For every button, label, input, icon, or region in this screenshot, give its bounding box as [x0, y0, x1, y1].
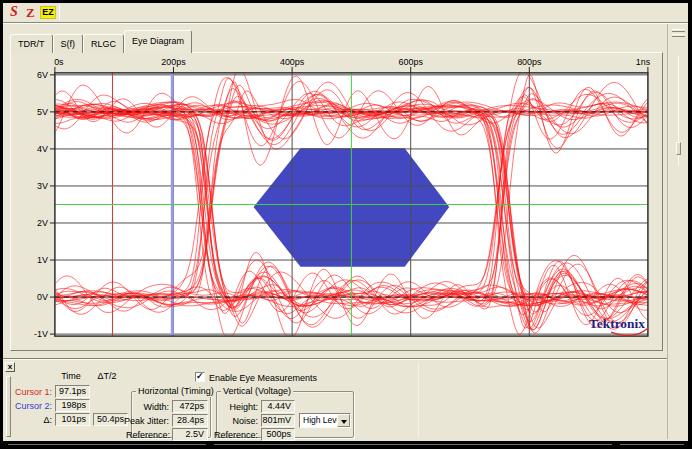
enable-eye-measurements-label: Enable Eye Measurements	[209, 372, 369, 384]
x-tick-label: 600ps	[399, 57, 424, 67]
y-tick-label: 4V	[37, 144, 48, 154]
cursor-2-time-value: 198ps	[55, 399, 90, 412]
bottom-border-segment	[8, 444, 206, 445]
y-tick-label: 5V	[37, 107, 48, 117]
delta-time-value: 101ps	[55, 413, 90, 426]
close-panel-button[interactable]: x	[5, 362, 15, 372]
enable-eye-measurements-checkbox[interactable]: ✓	[195, 372, 205, 382]
bottom-border-segment	[620, 444, 684, 445]
column-header-time: Time	[51, 371, 91, 381]
app-window: S Z EZ TDR/T S(f) RLGC Eye Diagram 0s200…	[0, 0, 692, 449]
chevron-down-icon	[341, 420, 347, 424]
tab-s-f[interactable]: S(f)	[53, 34, 84, 53]
checkmark-icon: ✓	[196, 371, 204, 381]
delta-label: Δ:	[8, 414, 52, 426]
tab-strip: TDR/T S(f) RLGC Eye Diagram	[10, 30, 192, 53]
timing-reference-label: Reference:	[126, 429, 169, 441]
titlebar: S Z EZ	[3, 3, 688, 22]
peak-jitter-value: 28.4ps	[172, 414, 208, 427]
cursor-1-label: Cursor 1:	[8, 386, 52, 398]
dropdown-arrow-button[interactable]	[337, 414, 350, 427]
level-dropdown[interactable]: High Level	[299, 413, 351, 428]
horizontal-timing-group: Horizontal (Timing) Width: 472ps Peak Ji…	[131, 391, 211, 438]
tab-eye-diagram[interactable]: Eye Diagram	[124, 30, 192, 53]
width-value: 472ps	[172, 400, 208, 413]
tab-rlgc[interactable]: RLGC	[83, 34, 124, 53]
column-header-dt2: ΔT/2	[87, 371, 127, 381]
y-tick-label: 6V	[37, 70, 48, 80]
x-tick-label: 1ns	[636, 57, 651, 67]
vertical-voltage-group: Vertical (Voltage) Height: 4.44V Noise: …	[216, 391, 354, 438]
height-label: Height:	[219, 401, 258, 413]
logo-z-icon: Z	[26, 5, 35, 21]
voltage-reference-value[interactable]: 500ps	[261, 428, 295, 441]
timing-reference-value[interactable]: 2.5V	[172, 428, 208, 441]
logo-s-icon: S	[10, 4, 18, 20]
bottom-border-segment	[214, 444, 612, 445]
logo-ez-icon: EZ	[40, 6, 56, 19]
toolbar-thumb[interactable]	[676, 142, 681, 155]
height-value: 4.44V	[261, 400, 295, 413]
vertical-voltage-title: Vertical (Voltage)	[221, 386, 293, 397]
eye-diagram-page: 0s200ps400ps600ps800ps1ns6V5V4V3V2V1V0V-…	[10, 52, 663, 351]
y-tick-label: -1V	[34, 329, 48, 339]
x-tick-label: 0s	[54, 57, 64, 67]
y-tick-label: 1V	[37, 255, 48, 265]
x-tick-label: 400ps	[280, 57, 305, 67]
toolbar-grip-icon[interactable]	[672, 29, 685, 32]
right-toolbar	[667, 24, 688, 439]
x-tick-label: 200ps	[161, 57, 186, 67]
y-tick-label: 2V	[37, 218, 48, 228]
titlebar-divider	[3, 22, 688, 24]
panel-divider	[418, 362, 419, 438]
x-tick-label: 800ps	[517, 57, 542, 67]
tektronix-watermark: Tektronix	[589, 316, 645, 331]
horizontal-timing-title: Horizontal (Timing)	[136, 386, 216, 397]
voltage-reference-label: Reference:	[213, 429, 258, 441]
cursor-2-label: Cursor 2:	[8, 400, 52, 412]
cursor-1-time-value: 97.1ps	[55, 385, 90, 398]
y-tick-label: 3V	[37, 181, 48, 191]
peak-jitter-label: Peak Jitter:	[123, 415, 169, 427]
noise-label: Noise:	[219, 415, 258, 427]
eye-diagram-plot[interactable]: 0s200ps400ps600ps800ps1ns6V5V4V3V2V1V0V-…	[11, 53, 662, 350]
titlebar-separator	[59, 5, 60, 20]
window-content: S Z EZ TDR/T S(f) RLGC Eye Diagram 0s200…	[3, 3, 688, 441]
tab-tdr-t[interactable]: TDR/T	[10, 34, 53, 53]
y-tick-label: 0V	[37, 292, 48, 302]
measurements-panel: x Time ΔT/2 Cursor 1: 97.1ps Cursor 2: 1…	[3, 358, 667, 440]
noise-value: 801mV	[261, 414, 295, 427]
width-label: Width:	[132, 401, 169, 413]
close-icon: x	[8, 362, 12, 371]
toolbar-grip-icon[interactable]	[672, 34, 685, 37]
